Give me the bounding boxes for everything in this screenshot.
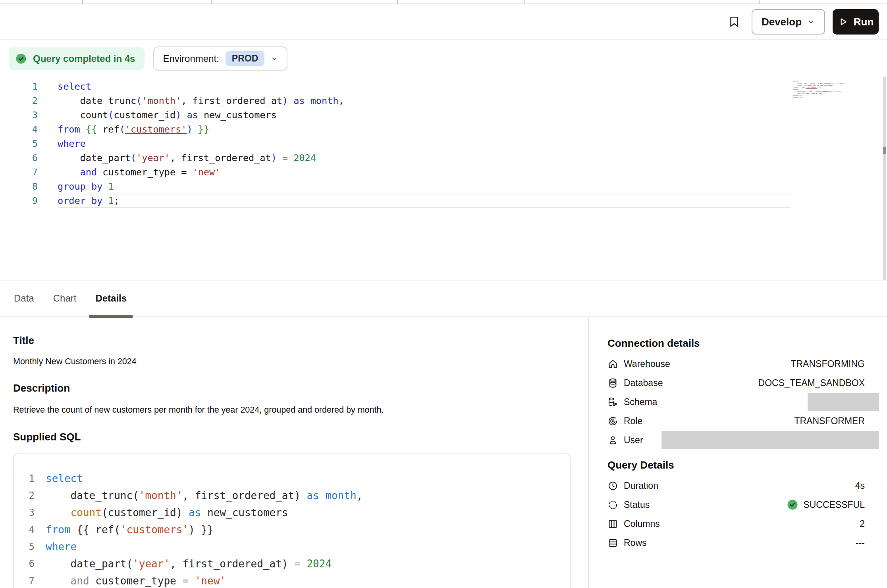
user-row: User bbox=[607, 430, 873, 450]
line-number: 2 bbox=[14, 487, 35, 504]
tab-data[interactable]: Data bbox=[8, 281, 40, 316]
sql-line: 1select bbox=[14, 470, 570, 487]
run-button[interactable]: Run bbox=[833, 9, 879, 35]
status-value: SUCCESSFUL bbox=[787, 499, 873, 511]
line-number: 4 bbox=[14, 521, 35, 538]
environment-value-pill: PROD bbox=[226, 51, 264, 66]
editor-line[interactable]: 2 date_trunc('month', first_ordered_at) … bbox=[0, 94, 887, 108]
bookmark-button[interactable] bbox=[725, 13, 743, 31]
redacted-value bbox=[661, 431, 879, 449]
role-value: TRANSFORMER bbox=[794, 416, 873, 427]
tab-details[interactable]: Details bbox=[89, 281, 133, 316]
status-row: Query completed in 4s Environment: PROD bbox=[9, 46, 287, 71]
line-number: 2 bbox=[0, 94, 38, 108]
chevron-down-icon bbox=[271, 55, 278, 62]
line-number: 5 bbox=[14, 538, 35, 555]
status-icon bbox=[607, 500, 618, 510]
query-status-badge: Query completed in 4s bbox=[9, 47, 145, 70]
warehouse-icon bbox=[607, 359, 618, 369]
sql-editor[interactable]: 1select2 date_trunc('month', first_order… bbox=[0, 79, 887, 280]
query-status-text: Query completed in 4s bbox=[33, 53, 135, 64]
line-number: 8 bbox=[0, 179, 38, 194]
editor-line[interactable]: 9order by 1; bbox=[0, 194, 887, 208]
line-number: 3 bbox=[0, 108, 38, 122]
editor-line[interactable]: 5where bbox=[0, 136, 887, 151]
editor-line[interactable]: 3 count(customer_id) as new_customers bbox=[0, 108, 887, 122]
chevron-down-icon bbox=[807, 18, 815, 26]
sql-line: 2 date_trunc('month', first_ordered_at) … bbox=[14, 487, 570, 504]
line-number: 1 bbox=[0, 79, 38, 94]
sql-line: 5where bbox=[14, 538, 570, 555]
clock-icon bbox=[607, 480, 618, 491]
line-number: 6 bbox=[14, 555, 35, 573]
title-heading: Title bbox=[13, 334, 588, 347]
warehouse-value: TRANSFORMING bbox=[791, 359, 873, 369]
columns-row: Columns2 bbox=[607, 514, 873, 533]
line-number: 9 bbox=[0, 194, 38, 208]
status-row: StatusSUCCESSFUL bbox=[607, 495, 873, 514]
rows-label: Rows bbox=[624, 538, 647, 548]
develop-menu-button[interactable]: Develop bbox=[752, 9, 825, 35]
line-number: 1 bbox=[14, 470, 35, 487]
editor-line[interactable]: 8group by 1 bbox=[0, 179, 887, 194]
columns-icon bbox=[607, 519, 618, 529]
database-value: DOCS_TEAM_SANDBOX bbox=[758, 378, 873, 388]
editor-scrollbar[interactable] bbox=[883, 77, 886, 280]
editor-line[interactable]: 1select bbox=[0, 79, 887, 94]
play-icon bbox=[838, 17, 848, 27]
role-label: Role bbox=[624, 416, 642, 427]
environment-label: Environment: bbox=[163, 53, 219, 64]
description-heading: Description bbox=[13, 382, 588, 394]
results-tab-bar: DataChartDetails bbox=[0, 280, 887, 317]
title-value: Monthly New Customers in 2024 bbox=[13, 357, 588, 367]
editor-minimap[interactable]: select date_trunc('month', first_ordered… bbox=[793, 81, 835, 98]
bookmark-icon bbox=[727, 15, 741, 29]
role-icon bbox=[607, 416, 618, 427]
user-icon bbox=[607, 435, 618, 446]
check-circle-icon bbox=[15, 53, 27, 65]
sql-line: 6 date_part('year', first_ordered_at) = … bbox=[14, 555, 570, 573]
status-label: Status bbox=[624, 500, 650, 510]
file-tab-strip[interactable] bbox=[0, 0, 887, 4]
description-value: Retrieve the count of new customers per … bbox=[13, 405, 588, 415]
tab-chart[interactable]: Chart bbox=[47, 281, 83, 316]
database-label: Database bbox=[624, 378, 663, 388]
connection-details-heading: Connection details bbox=[607, 337, 873, 350]
run-button-label: Run bbox=[854, 16, 874, 28]
success-check-icon bbox=[787, 499, 798, 511]
schema-label: Schema bbox=[624, 397, 657, 407]
duration-row: Duration4s bbox=[607, 476, 873, 495]
develop-button-label: Develop bbox=[762, 16, 802, 28]
editor-line[interactable]: 7 and customer_type = 'new' bbox=[0, 165, 887, 179]
columns-label: Columns bbox=[624, 519, 660, 529]
duration-value: 4s bbox=[855, 480, 873, 491]
schema-row: Schema bbox=[607, 392, 873, 411]
scrollbar-thumb[interactable] bbox=[883, 147, 886, 154]
rows-value: --- bbox=[856, 538, 873, 548]
rows-icon bbox=[607, 538, 618, 548]
user-value bbox=[661, 431, 873, 449]
warehouse-row: WarehouseTRANSFORMING bbox=[607, 354, 873, 373]
line-number: 5 bbox=[0, 136, 38, 151]
schema-icon bbox=[607, 397, 618, 407]
connection-rows: WarehouseTRANSFORMINGDatabaseDOCS_TEAM_S… bbox=[607, 354, 873, 450]
query-details-heading: Query Details bbox=[607, 459, 873, 471]
user-label: User bbox=[624, 435, 643, 446]
sql-line: 4from {{ ref('customers') }} bbox=[14, 521, 570, 538]
columns-value: 2 bbox=[860, 519, 873, 529]
editor-line[interactable]: 6 date_part('year', first_ordered_at) = … bbox=[0, 151, 887, 165]
details-panel: Title Monthly New Customers in 2024 Desc… bbox=[0, 317, 588, 588]
role-row: RoleTRANSFORMER bbox=[607, 411, 873, 430]
supplied-sql-code-block: 1select2 date_trunc('month', first_order… bbox=[13, 453, 571, 588]
schema-value bbox=[808, 393, 873, 411]
line-number: 6 bbox=[0, 151, 38, 165]
line-number: 4 bbox=[0, 122, 38, 136]
redacted-value bbox=[808, 393, 879, 411]
editor-line[interactable]: 4from {{ ref('customers') }} bbox=[0, 122, 887, 136]
connection-panel: Connection details WarehouseTRANSFORMING… bbox=[588, 317, 887, 588]
toolbar: Develop Run bbox=[0, 5, 887, 40]
line-number: 3 bbox=[14, 504, 35, 521]
warehouse-label: Warehouse bbox=[624, 359, 670, 369]
environment-dropdown[interactable]: Environment: PROD bbox=[153, 46, 287, 71]
supplied-sql-heading: Supplied SQL bbox=[13, 431, 588, 443]
